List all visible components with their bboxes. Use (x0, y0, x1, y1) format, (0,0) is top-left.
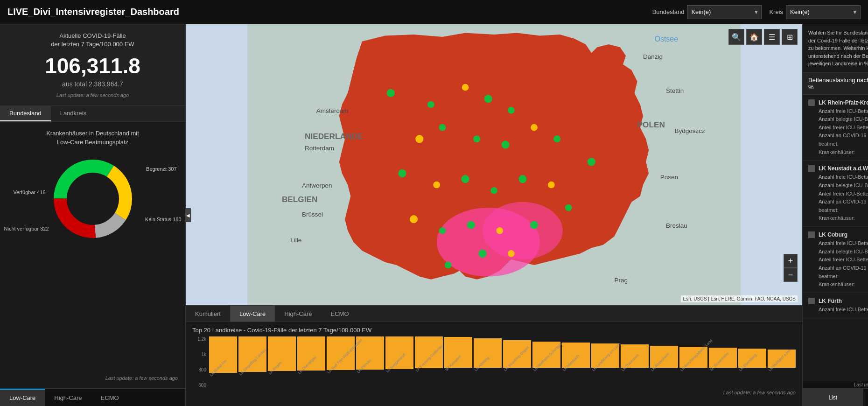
header-filters: Bundesland Kein(e) ▼ Kreis Kein(e) ▼ (652, 5, 861, 19)
svg-point-27 (410, 215, 418, 223)
list-item-text: LK CoburgAnzahl freie ICU-Betten:Anzahl … (819, 231, 868, 289)
svg-point-9 (415, 135, 423, 143)
kreis-select-wrapper[interactable]: Kein(e) ▼ (786, 5, 861, 19)
map-tab-kumuliert[interactable]: Kumuliert (186, 306, 230, 322)
bar-item: LK Dingolfing-Landau (238, 336, 266, 388)
svg-point-10 (439, 124, 446, 131)
bar-item: LK Landsberg am Lech (591, 336, 619, 388)
map-tab-highcare[interactable]: High-Care (275, 306, 321, 322)
chart-section: Krankenhäuser in Deutschland mit Low-Car… (0, 122, 185, 388)
list-item-field: Anzahl an COVID-19 Fällen aktuell beatme… (819, 198, 868, 214)
right-last-update: Last update: a few seconds ago (803, 381, 868, 388)
svg-point-17 (461, 175, 469, 183)
list-item-field: Anzahl belegte ICU-Betten: (819, 182, 868, 190)
svg-text:Stettin: Stettin (666, 87, 684, 94)
svg-point-23 (530, 221, 538, 229)
bundesland-select[interactable]: Kein(e) (687, 5, 762, 19)
svg-point-28 (445, 262, 452, 269)
app-title: LIVE_Divi_Intensivregister_Dashboard (7, 7, 179, 17)
svg-point-21 (588, 158, 595, 166)
chart-last-update: Last update: a few seconds ago (7, 371, 178, 381)
svg-point-12 (501, 140, 509, 148)
list-item-name: LK Coburg (819, 231, 868, 239)
svg-point-16 (433, 182, 440, 189)
list-item-name: LK Fürth (819, 297, 868, 306)
list-item-field: Anzahl freie ICU-Betten: (819, 107, 868, 116)
map-zoom-controls: + − (784, 254, 798, 282)
map-tab-ecmo[interactable]: ECMO (322, 306, 358, 322)
map-tab-lowcare[interactable]: Low-Care (230, 306, 275, 322)
svg-text:Bydgoszcz: Bydgoszcz (675, 127, 706, 134)
sidebar-collapse-arrow[interactable]: ◀ (185, 208, 191, 222)
list-item-icon (808, 231, 815, 238)
bottom-tab-ecmo[interactable]: ECMO (91, 389, 128, 406)
map-zoom-out[interactable]: − (784, 268, 798, 282)
bar-chart-panel: Top 20 Landkreise - Covid-19-Fälle der l… (186, 322, 802, 406)
map-home-button[interactable]: 🏠 (746, 29, 762, 45)
map-search-button[interactable]: 🔍 (728, 29, 744, 45)
label-begrenzt: Begrenzt 307 (146, 166, 176, 172)
list-item-text: LK FürthAnzahl freie ICU-Betten: (819, 297, 868, 314)
list-item-name: LK Rhein-Pfalz-Kreis (819, 98, 868, 107)
svg-text:Danzig: Danzig (643, 53, 663, 60)
bar-item: LK Freyung-Grafenau (415, 336, 443, 388)
germany-map-svg: NIEDERLANDE BELGIEN POLEN Amsterdam Rott… (186, 24, 802, 305)
bar-item: LK Straubing-Bogen (503, 336, 531, 388)
svg-point-6 (462, 84, 469, 91)
bundesland-filter-group: Bundesland Kein(e) ▼ (652, 5, 762, 19)
svg-point-3 (483, 202, 563, 259)
stats-box: Aktuelle COVID-19-Fälle der letzten 7 Ta… (0, 24, 185, 106)
kreis-filter-group: Kreis Kein(e) ▼ (769, 5, 861, 19)
stats-sub: aus total 2,383,964.7 (7, 80, 178, 88)
center-panel: 🔍 🏠 ☰ ⊞ (186, 24, 802, 406)
kreis-label: Kreis (769, 8, 783, 15)
bar-y-axis: 1.2k 1k 800 600 (192, 336, 208, 388)
list-item-icon (808, 165, 815, 172)
bar-item: LK Regen (268, 336, 296, 388)
svg-point-25 (467, 221, 475, 229)
bar-item: LK Rottal-Inn (209, 336, 237, 388)
bundesland-label: Bundesland (652, 8, 685, 15)
bar-item: LK Ebersberg (738, 336, 766, 388)
tab-landkreis[interactable]: Landkreis (51, 106, 96, 121)
donut-center (67, 173, 119, 224)
bottom-tab-lowcare[interactable]: Low-Care (0, 389, 45, 406)
list-item-field: Anteil freier ICU-Betten: % (819, 190, 868, 198)
list-item-icon (808, 298, 815, 304)
map-toolbar: 🔍 🏠 ☰ ⊞ (728, 29, 798, 45)
right-tab-beschreibung[interactable]: Beschreibung (863, 389, 868, 406)
svg-text:POLEN: POLEN (637, 120, 665, 129)
kreis-select[interactable]: Kein(e) (786, 5, 861, 19)
map-layers-button[interactable]: ⊞ (782, 29, 798, 45)
list-item-field: Krankenhäuser: (819, 214, 868, 223)
svg-text:BELGIEN: BELGIEN (282, 195, 317, 204)
right-panel: Wählen Sie Ihr Bundesland aus, um die An… (802, 24, 868, 406)
right-tab-list[interactable]: List (803, 389, 863, 406)
map-zoom-in[interactable]: + (784, 254, 798, 268)
bundesland-select-wrapper[interactable]: Kein(e) ▼ (687, 5, 762, 19)
stats-main-number: 106,311.8 (7, 53, 178, 78)
list-item-field: Anzahl an COVID-19 Fällen aktuell beatme… (819, 132, 868, 148)
svg-point-11 (473, 135, 480, 142)
bar-item: LK Deggendorf (385, 336, 413, 388)
svg-point-5 (427, 101, 434, 108)
left-tabs-row: Bundesland Landkreis (0, 106, 185, 122)
list-item: LK Neustadt a.d.WaldnaabAnzahl freie ICU… (803, 161, 868, 227)
map-list-button[interactable]: ☰ (764, 29, 780, 45)
svg-point-4 (387, 89, 395, 97)
bar-chart-title: Top 20 Landkreise - Covid-19-Fälle der l… (192, 327, 796, 334)
list-item-field: Anteil freier ICU-Betten: % (819, 256, 868, 264)
label-nicht-verfuegbar: Nicht verfügbar 322 (4, 226, 49, 231)
svg-text:Lille: Lille (290, 237, 301, 244)
map-container[interactable]: 🔍 🏠 ☰ ⊞ (186, 24, 802, 305)
svg-point-19 (518, 175, 526, 183)
bottom-tab-highcare[interactable]: High-Care (45, 389, 91, 406)
svg-point-29 (478, 250, 486, 258)
bar-item: LK Mühldorf a.Inn (768, 336, 796, 388)
svg-point-18 (490, 187, 497, 194)
tab-bundesland[interactable]: Bundesland (0, 106, 51, 121)
bar-item: LK Rosenheim (650, 336, 678, 388)
svg-text:Brüssel: Brüssel (302, 211, 323, 218)
list-item-field: Anzahl freie ICU-Betten: (819, 173, 868, 182)
list-item-text: LK Rhein-Pfalz-KreisAnzahl freie ICU-Bet… (819, 98, 868, 157)
